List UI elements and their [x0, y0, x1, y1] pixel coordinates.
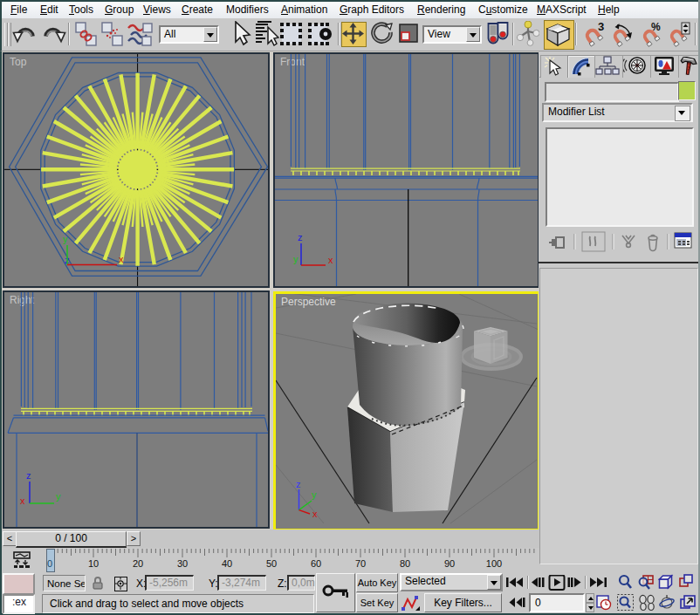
svg-text:y: y — [56, 491, 61, 502]
svg-text:80: 80 — [400, 558, 410, 569]
svg-text:30: 30 — [177, 558, 188, 569]
svg-text:x: x — [20, 495, 25, 506]
svg-text:x: x — [328, 255, 333, 265]
svg-text:10: 10 — [88, 558, 99, 569]
svg-text:z: z — [296, 479, 301, 489]
svg-text:70: 70 — [355, 558, 366, 569]
svg-text:90: 90 — [444, 558, 455, 569]
svg-text:y: y — [63, 234, 68, 244]
svg-text:x: x — [312, 509, 318, 519]
svg-text:%: % — [651, 21, 661, 33]
svg-text:20: 20 — [133, 558, 143, 569]
svg-text:100: 100 — [486, 558, 502, 569]
svg-text:50: 50 — [266, 558, 277, 569]
svg-text:3: 3 — [598, 21, 604, 33]
svg-text:z: z — [298, 232, 303, 243]
svg-text:60: 60 — [311, 558, 321, 569]
svg-text:y: y — [312, 489, 317, 500]
svg-text:z: z — [26, 470, 31, 481]
svg-text:x: x — [119, 254, 124, 264]
svg-text:40: 40 — [222, 558, 232, 569]
svg-text:y: y — [293, 254, 299, 264]
